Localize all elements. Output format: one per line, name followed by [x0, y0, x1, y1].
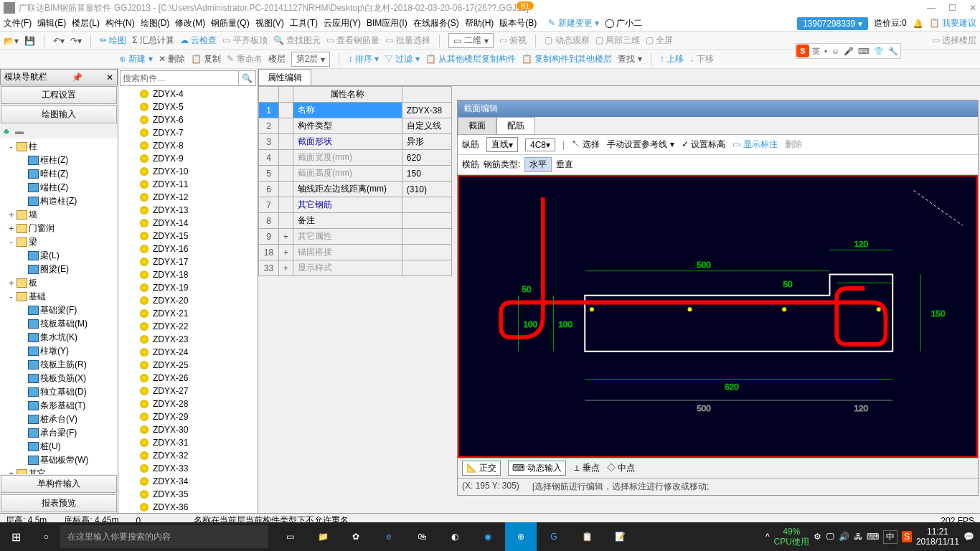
close-panel-icon[interactable]: ✕: [106, 72, 113, 83]
tb-open-icon[interactable]: 📂▾: [4, 36, 19, 46]
dynamic-view-button[interactable]: ▢ 动态观察: [545, 34, 589, 47]
list-item[interactable]: ZDYX-5: [118, 100, 258, 113]
list-item[interactable]: ZDYX-26: [118, 372, 258, 385]
app-icon-2[interactable]: ✿: [340, 522, 372, 551]
menu-item[interactable]: 绘图(D): [141, 18, 170, 28]
tree-node[interactable]: 桩(U): [1, 440, 116, 453]
list-item[interactable]: ZDYX-17: [118, 255, 258, 268]
app-icon-7[interactable]: 📝: [604, 522, 636, 551]
scale-tool[interactable]: ✓ 设置标高: [682, 138, 725, 151]
list-item[interactable]: ZDYX-15: [118, 230, 258, 242]
menu-item[interactable]: 构件(N): [105, 18, 135, 28]
menu-item[interactable]: 编辑(E): [37, 18, 66, 28]
new-button[interactable]: ⊕ 新建 ▾: [119, 53, 153, 65]
tree-icon-1[interactable]: ♣: [4, 126, 9, 136]
cpu-usage[interactable]: 49%CPU使用: [774, 527, 809, 547]
tree-node[interactable]: -基础: [1, 290, 116, 303]
copy-to-button[interactable]: 📋 复制构件到其他楼层: [522, 53, 612, 65]
menu-item[interactable]: 文件(F): [4, 18, 32, 28]
list-item[interactable]: ZDYX-24: [118, 346, 258, 359]
draw-button[interactable]: ✏ 绘图: [100, 34, 126, 47]
left-tree[interactable]: -柱框柱(Z)暗柱(Z)端柱(Z)构造柱(Z)+墙+门窗洞-梁梁(L)圈梁(E)…: [0, 138, 118, 474]
tree-node[interactable]: 承台梁(F): [1, 426, 116, 440]
tree-node[interactable]: 框柱(Z): [1, 154, 116, 167]
property-row[interactable]: 33+显示样式: [259, 260, 452, 276]
property-row[interactable]: 8备注: [259, 213, 452, 229]
property-row[interactable]: 2构件类型自定义线: [259, 118, 452, 134]
view-steel-button[interactable]: ▭ 查看钢筋量: [326, 34, 380, 47]
ime-lang[interactable]: 英: [811, 46, 821, 57]
app-icon-4[interactable]: ⊕: [505, 522, 537, 551]
property-row[interactable]: 4截面宽度(mm)620: [259, 150, 452, 166]
tree-node[interactable]: 基础梁(F): [1, 303, 116, 317]
property-row[interactable]: 7其它钢筋: [259, 197, 452, 213]
list-item[interactable]: ZDYX-13: [118, 204, 258, 217]
line-tool[interactable]: 直线 ▾: [486, 137, 518, 152]
menu-item[interactable]: 视图(V): [255, 18, 284, 28]
horizontal-button[interactable]: 水平: [524, 157, 552, 172]
tray-clock[interactable]: 11:212018/11/11: [916, 527, 959, 547]
list-item[interactable]: ZDYX-28: [118, 397, 258, 410]
menu-item[interactable]: 修改(M): [175, 18, 205, 28]
tree-node[interactable]: 暗柱(Z): [1, 167, 116, 181]
flat-button[interactable]: ▭ 平齐板顶: [222, 34, 267, 47]
tree-node[interactable]: 圈梁(E): [1, 263, 116, 276]
copy-from-button[interactable]: 📋 从其他楼层复制构件: [425, 53, 516, 65]
list-item[interactable]: ZDYX-35: [118, 488, 258, 501]
tray-volume-icon[interactable]: 🔊: [839, 532, 849, 542]
tree-node[interactable]: +门窗洞: [1, 222, 116, 235]
phone-badge[interactable]: 13907298339 ▾: [797, 17, 868, 30]
property-row[interactable]: 18+锚固搭接: [259, 245, 452, 260]
menu-item[interactable]: 钢筋量(Q): [211, 18, 249, 28]
tree-node[interactable]: +其它: [1, 467, 116, 474]
list-item[interactable]: ZDYX-6: [118, 113, 258, 126]
list-item[interactable]: ZDYX-19: [118, 281, 258, 294]
midpoint-snap[interactable]: ◇ 中点: [607, 462, 635, 474]
ortho-button[interactable]: 📐 正交: [462, 461, 501, 476]
tree-node[interactable]: 端柱(Z): [1, 181, 116, 194]
tree-node[interactable]: -梁: [1, 235, 116, 249]
tb-redo-icon[interactable]: ↷▾: [70, 36, 82, 46]
app-icon-3[interactable]: ◐: [439, 522, 471, 551]
list-item[interactable]: ZDYX-25: [118, 359, 258, 372]
sort-button[interactable]: ↕ 排序 ▾: [348, 53, 379, 65]
list-item[interactable]: ZDYX-12: [118, 191, 258, 204]
list-item[interactable]: ZDYX-7: [118, 126, 258, 139]
maximize-button[interactable]: ☐: [948, 3, 956, 13]
tab-report-preview[interactable]: 报表预览: [1, 494, 117, 512]
tree-node[interactable]: +墙: [1, 208, 116, 222]
copy-button[interactable]: 📋 复制: [191, 53, 221, 65]
tray-sogou-icon[interactable]: S: [902, 531, 912, 542]
tree-node[interactable]: 筏板主筋(R): [1, 358, 116, 372]
menu-item[interactable]: 楼层(L): [72, 18, 100, 28]
list-item[interactable]: ZDYX-10: [118, 165, 258, 178]
tab-property-edit[interactable]: 属性编辑: [258, 69, 311, 85]
list-item[interactable]: ZDYX-34: [118, 475, 258, 488]
list-item[interactable]: ZDYX-31: [118, 436, 258, 449]
tab-single-input[interactable]: 单构件输入: [1, 475, 117, 493]
tree-node[interactable]: -柱: [1, 140, 116, 154]
show-label-tool[interactable]: ▭ 显示标注: [732, 138, 777, 151]
vertical-button[interactable]: 垂直: [556, 159, 573, 171]
pin-icon[interactable]: 📌: [72, 72, 83, 83]
cortana-icon[interactable]: ○: [32, 532, 60, 542]
batch-select-button[interactable]: ▭ 批量选择: [385, 34, 430, 47]
list-item[interactable]: ZDYX-16: [118, 242, 258, 255]
list-item[interactable]: ZDYX-8: [118, 139, 258, 152]
tb-undo-icon[interactable]: ↶▾: [53, 36, 65, 46]
new-change-link[interactable]: ✎ 新建变更 ▾: [548, 17, 599, 29]
move-down-button[interactable]: ↓ 下移: [689, 53, 713, 65]
menu-item[interactable]: 云应用(Y): [324, 18, 361, 28]
tab-draw-input[interactable]: 绘图输入: [1, 105, 117, 123]
menu-item[interactable]: 帮助(H): [465, 18, 494, 28]
section-canvas[interactable]: 500 120 50 150 100 100 50 620 500 120: [458, 175, 978, 458]
list-item[interactable]: ZDYX-32: [118, 449, 258, 462]
tree-node[interactable]: 独立基础(D): [1, 385, 116, 399]
fushi-button[interactable]: ▭ 俯视: [499, 34, 527, 47]
rename-button[interactable]: ✎ 重命名: [227, 53, 262, 65]
tray-network-icon[interactable]: 🖧: [854, 532, 862, 542]
floor-select[interactable]: 第2层 ▾: [291, 52, 331, 67]
list-item[interactable]: ZDYX-9: [118, 152, 258, 165]
find-button[interactable]: 查找 ▾: [618, 53, 641, 65]
tray-keyboard-icon[interactable]: ⌨: [867, 532, 879, 542]
